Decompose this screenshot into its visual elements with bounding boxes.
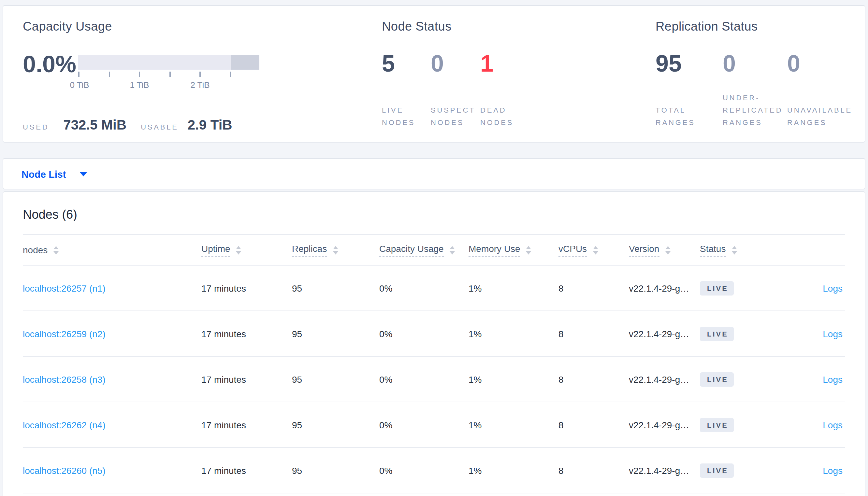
unavailable-ranges-label: UNAVAILABLE RANGES (787, 104, 852, 129)
capacity-bar (78, 55, 259, 69)
logs-link[interactable]: Logs (823, 328, 842, 339)
table-row: localhost:26260 (n5) 17 minutes 95 0% 1%… (23, 448, 845, 493)
column-header-replicas[interactable]: Replicas (292, 243, 379, 257)
node-status-panel: Node Status 5 LIVE NODES 0 SUSPECT NODES… (382, 6, 643, 142)
status-badge: LIVE (700, 463, 734, 478)
node-list-bar: Node List (3, 158, 865, 189)
status-badge: LIVE (700, 326, 734, 341)
capacity-cell: 0% (379, 283, 468, 293)
node-status-stats: 5 LIVE NODES 0 SUSPECT NODES 1 DEAD NODE… (382, 51, 539, 129)
axis-label-1tib: 1 TiB (130, 80, 149, 90)
total-ranges-value: 95 (656, 51, 723, 76)
logs-link[interactable]: Logs (823, 419, 842, 430)
node-link[interactable]: localhost:26257 (n1) (23, 283, 106, 293)
replication-status-title: Replication Status (656, 19, 868, 34)
sort-icon (732, 246, 737, 254)
replicas-cell: 95 (292, 374, 379, 384)
cluster-overview-page: Capacity Usage 0.0% (0, 0, 868, 496)
memory-cell: 1% (468, 283, 558, 293)
summary-card: Capacity Usage 0.0% (3, 5, 865, 142)
node-link[interactable]: localhost:26259 (n2) (23, 328, 106, 339)
capacity-percent: 0.0% (23, 51, 78, 77)
under-replicated-ranges-label: UNDER-REPLICATED RANGES (723, 92, 784, 129)
status-badge: LIVE (700, 281, 734, 295)
uptime-cell: 17 minutes (201, 419, 292, 430)
vcpus-cell: 8 (558, 328, 629, 339)
replicas-cell: 95 (292, 283, 379, 293)
node-link[interactable]: localhost:26258 (n3) (23, 374, 106, 384)
sort-icon (593, 246, 598, 254)
table-row: localhost:26259 (n2) 17 minutes 95 0% 1%… (23, 311, 845, 357)
unavailable-ranges-value: 0 (787, 51, 865, 76)
under-replicated-ranges-value: 0 (723, 51, 787, 76)
replicas-cell: 95 (292, 465, 379, 476)
uptime-cell: 17 minutes (201, 374, 292, 384)
capacity-usage-title: Capacity Usage (23, 19, 375, 34)
sort-icon (236, 246, 241, 254)
capacity-bar-reserved-segment (231, 55, 259, 69)
dead-nodes-label: DEAD NODES (480, 104, 521, 129)
used-value: 732.5 MiB (63, 117, 126, 133)
capacity-used-summary: USED 732.5 MiB USABLE 2.9 TiB (23, 117, 232, 133)
capacity-axis-labels: 0 TiB 1 TiB 2 TiB (78, 80, 259, 91)
nodes-table-header: nodes Uptime Replicas Capacity Usage Mem… (23, 234, 845, 266)
vcpus-cell: 8 (558, 374, 629, 384)
version-cell: v22.1.4-29-g… (629, 419, 700, 430)
live-nodes-stat: 5 LIVE NODES (382, 51, 431, 129)
sort-icon (450, 246, 455, 254)
logs-link[interactable]: Logs (823, 465, 842, 476)
node-list-dropdown-label: Node List (21, 168, 66, 179)
dead-nodes-stat: 1 DEAD NODES (480, 51, 539, 129)
column-header-version[interactable]: Version (629, 243, 700, 257)
replication-status-panel: Replication Status 95 TOTAL RANGES 0 UND… (656, 6, 868, 142)
memory-cell: 1% (468, 374, 558, 384)
sort-icon (333, 246, 338, 254)
version-cell: v22.1.4-29-g… (629, 374, 700, 384)
nodes-table-card: Nodes (6) nodes Uptime Replicas Capacity… (3, 191, 865, 496)
capacity-cell: 0% (379, 374, 468, 384)
chevron-down-icon (80, 171, 88, 176)
total-ranges-label: TOTAL RANGES (656, 104, 701, 129)
status-badge: LIVE (700, 372, 734, 386)
sort-icon (665, 246, 670, 254)
logs-link[interactable]: Logs (823, 374, 842, 384)
capacity-cell: 0% (379, 465, 468, 476)
node-link[interactable]: localhost:26260 (n5) (23, 465, 106, 476)
memory-cell: 1% (468, 328, 558, 339)
unavailable-ranges-stat: 0 UNAVAILABLE RANGES (787, 51, 865, 129)
suspect-nodes-value: 0 (431, 51, 480, 76)
node-list-dropdown[interactable]: Node List (21, 159, 88, 189)
node-link[interactable]: localhost:26262 (n4) (23, 419, 106, 430)
suspect-nodes-label: SUSPECT NODES (431, 104, 479, 129)
usable-value: 2.9 TiB (188, 117, 232, 133)
column-header-memory-use[interactable]: Memory Use (468, 243, 558, 257)
column-header-nodes[interactable]: nodes (23, 244, 201, 255)
used-label: USED (23, 123, 49, 131)
capacity-axis-ticks (78, 72, 259, 78)
column-header-uptime[interactable]: Uptime (201, 243, 292, 257)
nodes-table: nodes Uptime Replicas Capacity Usage Mem… (23, 234, 845, 493)
node-status-title: Node Status (382, 19, 643, 34)
memory-cell: 1% (468, 465, 558, 476)
replication-stats: 95 TOTAL RANGES 0 UNDER-REPLICATED RANGE… (656, 51, 865, 129)
memory-cell: 1% (468, 419, 558, 430)
column-header-capacity-usage[interactable]: Capacity Usage (379, 243, 468, 257)
live-nodes-value: 5 (382, 51, 431, 76)
vcpus-cell: 8 (558, 419, 629, 430)
logs-link[interactable]: Logs (823, 283, 842, 293)
axis-label-0tib: 0 TiB (70, 80, 89, 90)
table-row: localhost:26257 (n1) 17 minutes 95 0% 1%… (23, 266, 845, 311)
vcpus-cell: 8 (558, 465, 629, 476)
column-header-status[interactable]: Status (700, 243, 769, 257)
column-header-vcpus[interactable]: vCPUs (558, 243, 629, 257)
table-row: localhost:26258 (n3) 17 minutes 95 0% 1%… (23, 357, 845, 402)
suspect-nodes-stat: 0 SUSPECT NODES (431, 51, 480, 129)
usable-label: USABLE (141, 123, 179, 131)
vcpus-cell: 8 (558, 283, 629, 293)
total-ranges-stat: 95 TOTAL RANGES (656, 51, 723, 129)
live-nodes-label: LIVE NODES (382, 104, 422, 129)
replicas-cell: 95 (292, 419, 379, 430)
capacity-cell: 0% (379, 328, 468, 339)
nodes-table-title: Nodes (6) (23, 208, 865, 222)
version-cell: v22.1.4-29-g… (629, 465, 700, 476)
